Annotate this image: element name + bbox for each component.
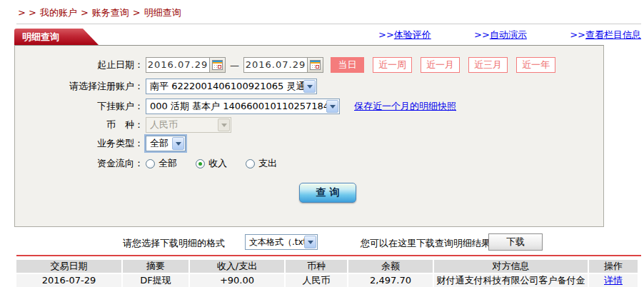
date-from-input[interactable]: 2016.07.29 [146, 57, 226, 73]
sub-account-row: 下挂账户： 000 活期 基本户 1406600101102571848 保存近… [15, 99, 603, 114]
top-links: >>体验评价 >>自动演示 >>查看栏目信息 [378, 29, 641, 41]
download-format-select[interactable]: 文本格式（.txt） [245, 234, 318, 250]
breadcrumb-divider [16, 24, 641, 24]
page-title-tab: 明细查询 [14, 29, 99, 45]
chevron-down-icon[interactable] [326, 100, 338, 113]
experience-rating-link[interactable]: >>体验评价 [378, 29, 431, 41]
date-range-label: 起止日期： [15, 59, 144, 71]
currency-value: 人民币 [147, 119, 218, 131]
fund-flow-row: 资金流向： 全部 收入 支出 [15, 156, 603, 171]
quick-range-month-button[interactable]: 近一月 [421, 57, 460, 73]
fund-flow-all-option[interactable]: 全部 [146, 157, 177, 170]
cell-balance: 2,497.70 [348, 274, 433, 287]
breadcrumb-item-detail-query[interactable]: 明细查询 [144, 7, 181, 18]
business-type-value: 全部 [147, 137, 172, 150]
business-type-select[interactable]: 全部 [146, 136, 186, 151]
currency-label: 币 种： [15, 119, 144, 131]
quick-range-3months-button[interactable]: 近三月 [468, 57, 508, 73]
sub-account-label: 下挂账户： [15, 100, 144, 113]
fund-flow-label: 资金流向： [15, 157, 144, 170]
col-header-counterparty: 对方信息 [434, 260, 588, 273]
chevron-down-icon [218, 119, 230, 131]
auto-demo-label: 自动演示 [490, 29, 527, 40]
breadcrumb-separator: > [133, 7, 141, 18]
table-header-row: 交易日期 摘要 收入/支出 币种 余额 对方信息 操作 [16, 260, 639, 273]
cell-currency: 人民币 [286, 274, 347, 287]
cell-counterparty: 财付通支付科技有限公司客户备付金 [434, 274, 588, 287]
auto-demo-link[interactable]: >>自动演示 [474, 29, 527, 41]
date-to-calendar-button[interactable] [307, 58, 323, 72]
query-form-panel: 起止日期： 2016.07.29 — 2016.07.29 当日 近一周 [14, 45, 604, 227]
business-type-label: 业务类型： [15, 137, 144, 150]
breadcrumb-item-account-query[interactable]: 账务查询 [92, 7, 129, 18]
fund-flow-expense-option[interactable]: 支出 [246, 157, 277, 170]
cell-summary: DF提现 [123, 274, 188, 287]
col-header-amount: 收入/支出 [190, 260, 284, 273]
radio-icon[interactable] [146, 159, 155, 168]
fund-flow-income-option[interactable]: 收入 [196, 157, 227, 170]
chevron-down-icon[interactable] [172, 137, 184, 150]
download-button[interactable]: 下载 [488, 233, 543, 251]
query-button[interactable]: 查 询 [299, 183, 356, 203]
date-from-calendar-button[interactable] [209, 58, 225, 72]
sub-account-value: 000 活期 基本户 1406600101102571848 [147, 100, 326, 113]
date-range-dash: — [230, 60, 239, 71]
col-header-date: 交易日期 [16, 260, 121, 273]
register-account-label: 请选择注册账户： [15, 80, 144, 93]
download-hint-text: 您可以在这里下载查询明细结果 [361, 237, 490, 250]
link-arrows: >> [570, 29, 585, 40]
quick-range-year-button[interactable]: 近一年 [516, 57, 555, 73]
page: > >我的账户>账务查询>明细查询 明细查询 >>体验评价 >>自动演示 >>查… [0, 0, 644, 287]
radio-checked-icon[interactable] [196, 159, 205, 168]
breadcrumb: > >我的账户>账务查询>明细查询 [18, 6, 185, 19]
calendar-icon [310, 60, 321, 70]
chevron-down-icon[interactable] [303, 80, 316, 93]
fund-flow-all-label: 全部 [159, 157, 177, 170]
col-header-balance: 余额 [348, 260, 433, 273]
quick-range-today-button[interactable]: 当日 [331, 57, 364, 73]
breadcrumb-separator: > [81, 7, 89, 18]
radio-icon[interactable] [246, 159, 255, 168]
date-to-input[interactable]: 2016.07.29 [243, 57, 323, 73]
link-arrows: >> [378, 29, 394, 40]
date-to-value[interactable]: 2016.07.29 [244, 58, 307, 72]
experience-rating-label: 体验评价 [394, 29, 431, 40]
column-info-label: 查看栏目信息 [585, 29, 641, 40]
sub-account-select[interactable]: 000 活期 基本户 1406600101102571848 [146, 99, 340, 114]
download-format-label: 请您选择下载明细的格式 [123, 237, 225, 250]
fund-flow-income-label: 收入 [208, 157, 227, 170]
col-header-action: 操作 [589, 260, 638, 273]
date-from-value[interactable]: 2016.07.29 [146, 58, 209, 72]
cell-action: 详情 [589, 274, 638, 287]
chevron-down-icon[interactable] [304, 236, 316, 248]
fund-flow-expense-label: 支出 [258, 157, 277, 170]
currency-row: 币 种： 人民币 [15, 117, 603, 133]
fund-flow-radio-group: 全部 收入 支出 [146, 157, 277, 170]
col-header-summary: 摘要 [123, 260, 188, 273]
detail-link[interactable]: 详情 [604, 275, 623, 286]
register-account-value: 南平 6222001406100921065 灵通卡 [147, 80, 303, 93]
save-snapshot-link[interactable]: 保存近一个月的明细快照 [354, 100, 456, 113]
col-header-currency: 币种 [286, 260, 347, 273]
calendar-icon [212, 60, 223, 70]
register-account-select[interactable]: 南平 6222001406100921065 灵通卡 [146, 79, 317, 94]
cell-date: 2016-07-29 [16, 274, 121, 287]
breadcrumb-prefix: > > [18, 7, 36, 18]
breadcrumb-item-my-account[interactable]: 我的账户 [40, 7, 77, 18]
quick-range-week-button[interactable]: 近一周 [373, 57, 412, 73]
column-info-link[interactable]: >>查看栏目信息 [570, 29, 641, 41]
business-type-row: 业务类型： 全部 [15, 136, 603, 151]
download-format-value: 文本格式（.txt） [246, 236, 304, 248]
currency-select: 人民币 [146, 117, 231, 133]
date-range-row: 起止日期： 2016.07.29 — 2016.07.29 当日 近一周 [15, 57, 603, 73]
result-table: 交易日期 摘要 收入/支出 币种 余额 对方信息 操作 2016-07-29 D… [16, 260, 639, 287]
table-top-divider [16, 255, 641, 256]
link-arrows: >> [474, 29, 490, 40]
download-format-select-wrap: 文本格式（.txt） [245, 234, 318, 250]
cell-amount: +90.00 [190, 274, 284, 287]
register-account-row: 请选择注册账户： 南平 6222001406100921065 灵通卡 [15, 79, 603, 94]
table-row: 2016-07-29 DF提现 +90.00 人民币 2,497.70 财付通支… [16, 274, 639, 287]
